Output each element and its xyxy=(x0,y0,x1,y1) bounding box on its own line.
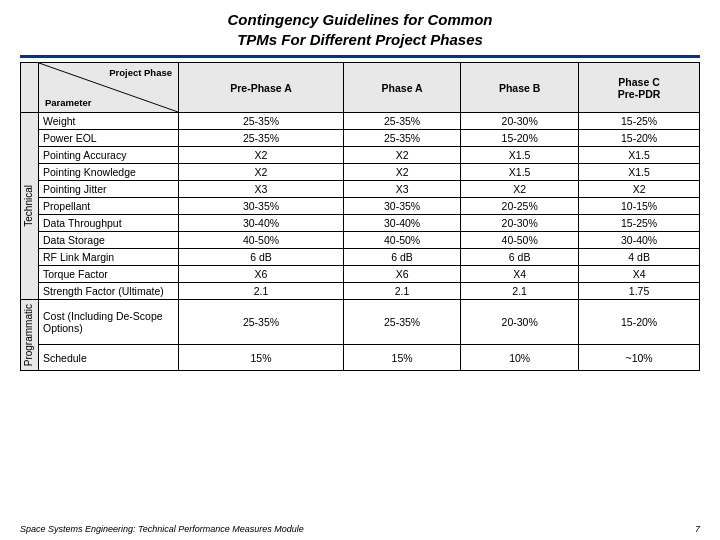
table-wrapper: Project Phase Parameter Pre-Phase APhase… xyxy=(20,62,700,520)
footer: Space Systems Engineering: Technical Per… xyxy=(20,524,700,534)
divider xyxy=(20,55,700,58)
page-number: 7 xyxy=(695,524,700,534)
page-title: Contingency Guidelines for Common TPMs F… xyxy=(20,10,700,49)
contingency-table: Project Phase Parameter Pre-Phase APhase… xyxy=(20,62,700,371)
page: Contingency Guidelines for Common TPMs F… xyxy=(0,0,720,540)
footer-text: Space Systems Engineering: Technical Per… xyxy=(20,524,304,534)
